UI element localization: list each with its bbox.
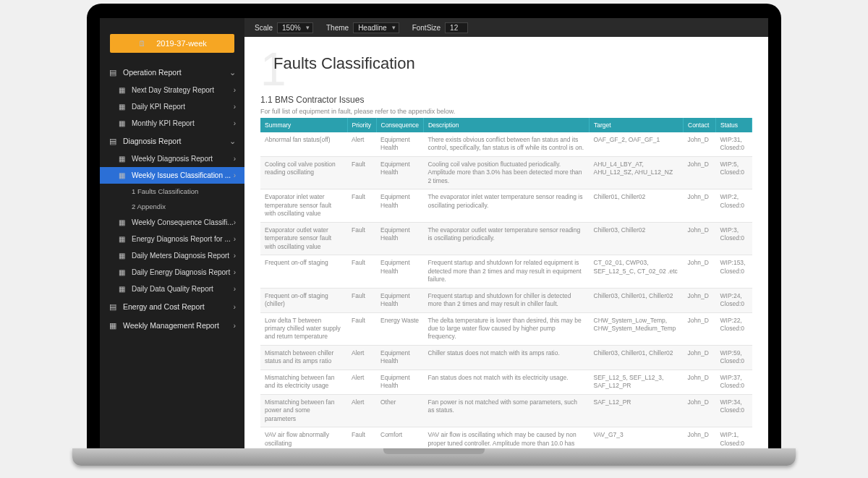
sidebar-section-operation[interactable]: Operation Report ⌄ <box>100 63 244 82</box>
sidebar-item-daily-meters[interactable]: Daily Meters Diagnosis Report› <box>100 247 244 264</box>
item-label: Daily Energy Diagnosis Report <box>132 268 230 276</box>
sidebar-sub-faults-classification[interactable]: 1 Faults Classification <box>100 184 244 199</box>
section-label: Weekly Management Report <box>123 321 219 330</box>
cell-target: OAF_GF_2, OAF_GF_1 <box>590 132 684 156</box>
scale-control: Scale 150% <box>255 22 313 33</box>
cell-summary: Mismatching between fan and its electric… <box>260 370 347 394</box>
theme-value: Headline <box>358 24 386 32</box>
file-icon <box>117 155 126 163</box>
cell-contact: John_D <box>684 222 716 255</box>
cell-contact: John_D <box>684 345 716 370</box>
cell-status: WIP:34, Closed:0 <box>716 394 752 427</box>
sidebar-section-energy-cost[interactable]: Energy and Cost Report › <box>100 297 244 316</box>
sidebar-item-weekly-consequence[interactable]: Weekly Consequence Classifi...› <box>100 214 244 231</box>
cell-consequence: Equipment Health <box>376 132 423 156</box>
sidebar-item-weekly-issues-classification[interactable]: Weekly Issues Classification ...› <box>100 167 244 184</box>
chevron-right-icon: › <box>234 171 236 179</box>
cell-description: Frequent startup and shutdown for chille… <box>423 288 589 312</box>
sidebar-sub-appendix[interactable]: 2 Appendix <box>100 199 244 214</box>
cell-contact: John_D <box>684 394 716 427</box>
table-row[interactable]: Evaporator outlet water temperature sens… <box>260 222 752 255</box>
sidebar-item-weekly-diagnosis[interactable]: Weekly Diagnosis Report› <box>100 150 244 167</box>
table-row[interactable]: Mismatching between fan and its electric… <box>260 370 752 394</box>
cell-priority: Alert <box>347 370 376 394</box>
cell-priority: Fault <box>347 255 376 288</box>
cell-consequence: Equipment Health <box>376 222 423 255</box>
chevron-right-icon: › <box>234 302 237 311</box>
col-summary: Summary <box>260 118 347 132</box>
folder-icon <box>109 137 117 145</box>
table-row[interactable]: Cooling coil valve position reading osci… <box>260 156 752 189</box>
file-icon <box>117 171 126 179</box>
file-icon <box>117 218 126 226</box>
cell-consequence: Equipment Health <box>376 370 423 394</box>
chevron-right-icon: › <box>234 103 236 111</box>
cell-target: CT_02_01, CWP03, SEF_L12_5_C, CT_02_02 .… <box>590 255 684 288</box>
fontsize-input[interactable]: 12 <box>445 22 468 33</box>
item-label: Energy Diagnosis Report for ... <box>132 235 231 243</box>
cell-description: Frequent startup and shutdown for relate… <box>423 255 589 288</box>
cell-status: WIP:31, Closed:0 <box>716 132 752 156</box>
cell-priority: Fault <box>347 222 376 255</box>
cell-priority: Alert <box>347 132 376 156</box>
cell-summary: Evaporator inlet water temperature senso… <box>260 189 347 222</box>
chevron-right-icon: › <box>234 119 236 127</box>
cell-summary: Abnormal fan status(off) <box>260 132 347 156</box>
col-priority: Priority <box>347 118 376 132</box>
cell-status: WIP:2, Closed:0 <box>716 189 752 222</box>
item-label: Next Day Strategy Report <box>132 86 214 94</box>
cell-summary: Frequent on-off staging (chiller) <box>260 288 347 312</box>
app-screen: 2019-37-week Operation Report ⌄ Next Day… <box>100 18 768 452</box>
table-row[interactable]: Abnormal fan status(off)AlertEquipment H… <box>260 132 752 156</box>
scale-select[interactable]: 150% <box>277 22 313 33</box>
theme-label: Theme <box>326 24 349 32</box>
week-selector-button[interactable]: 2019-37-week <box>110 34 234 53</box>
item-label: Weekly Issues Classification ... <box>132 171 231 179</box>
col-status: Status <box>716 118 752 132</box>
cell-contact: John_D <box>684 288 716 312</box>
table-row[interactable]: Frequent on-off stagingFaultEquipment He… <box>260 255 752 288</box>
cell-consequence: Other <box>376 394 423 427</box>
cell-summary: Mismatching between fan power and some p… <box>260 394 347 427</box>
cell-contact: John_D <box>684 156 716 189</box>
sidebar-section-diagnosis[interactable]: Diagnosis Report ⌄ <box>100 132 244 150</box>
table-row[interactable]: Evaporator inlet water temperature senso… <box>260 189 752 222</box>
cell-description: There exists obvious conflict between fa… <box>423 132 589 156</box>
cell-priority: Alert <box>347 345 376 370</box>
col-consequence: Consequence <box>376 118 423 132</box>
cell-summary: Cooling coil valve position reading osci… <box>260 156 347 189</box>
section-label: Energy and Cost Report <box>123 302 205 311</box>
cell-summary: Evaporator outlet water temperature sens… <box>260 222 347 255</box>
cell-contact: John_D <box>684 132 716 156</box>
table-row[interactable]: Mismatching between fan power and some p… <box>260 394 752 427</box>
table-row[interactable]: Mismatch between chiller status and its … <box>260 345 752 370</box>
table-row[interactable]: Frequent on-off staging (chiller)FaultEq… <box>260 288 752 312</box>
sidebar-item-daily-energy-diagnosis[interactable]: Daily Energy Diagnosis Report› <box>100 264 244 281</box>
sidebar-item-next-day-strategy[interactable]: Next Day Strategy Report› <box>100 82 244 98</box>
item-label: Monthly KPI Report <box>132 119 195 127</box>
cell-contact: John_D <box>684 370 716 394</box>
col-contact: Contact <box>684 118 716 132</box>
cell-summary: Low delta T between primary chilled wate… <box>260 312 347 345</box>
cell-description: The delta temperature is lower than desi… <box>423 312 589 345</box>
sidebar-item-daily-kpi[interactable]: Daily KPI Report› <box>100 98 244 115</box>
table-row[interactable]: Low delta T between primary chilled wate… <box>260 312 752 345</box>
cell-target: Chiller01, Chiller02 <box>590 189 684 222</box>
cell-consequence: Energy Waste <box>376 312 423 345</box>
file-icon <box>117 103 126 111</box>
sidebar-item-daily-data-quality[interactable]: Daily Data Quality Report› <box>100 281 244 297</box>
cell-status: WIP:3, Closed:0 <box>716 222 752 255</box>
cell-target: SEF_L12_5, SEF_L12_3, SAF_L12_PR <box>590 370 684 394</box>
file-icon <box>117 268 126 276</box>
theme-select[interactable]: Headline <box>353 22 399 33</box>
cell-contact: John_D <box>684 189 716 222</box>
document-body[interactable]: 1 Faults Classification 1.1 BMS Contract… <box>244 37 768 452</box>
sidebar-item-monthly-kpi[interactable]: Monthly KPI Report› <box>100 115 244 132</box>
sidebar-section-weekly-management[interactable]: Weekly Management Report › <box>100 316 244 335</box>
faults-table: Summary Priority Consequence Description… <box>260 118 752 452</box>
file-icon <box>117 86 126 94</box>
col-description: Description <box>423 118 589 132</box>
cell-description: The evaporator outlet water temperature … <box>423 222 589 255</box>
fontsize-label: FontSize <box>412 24 441 32</box>
sidebar-item-energy-diagnosis-for[interactable]: Energy Diagnosis Report for ...› <box>100 231 244 247</box>
